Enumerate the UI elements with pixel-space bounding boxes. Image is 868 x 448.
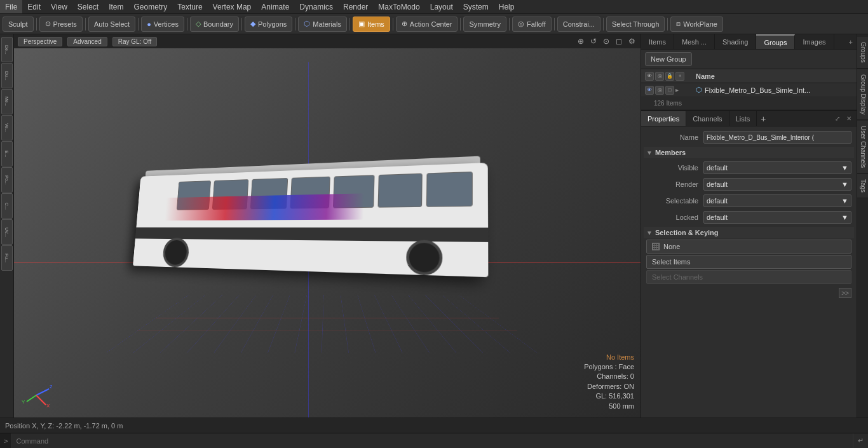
menu-select[interactable]: Select bbox=[72, 0, 104, 13]
left-btn-deform[interactable]: De... bbox=[1, 37, 13, 62]
rp-tab-items[interactable]: Items bbox=[641, 34, 674, 49]
props-tab-icons: ⤢ ✕ bbox=[832, 114, 857, 124]
menu-system[interactable]: System bbox=[458, 0, 494, 13]
rp-tab-images[interactable]: Images bbox=[795, 34, 834, 49]
groups-list-item[interactable]: 👁 ◎ □ ▸ ⬡ Flxible_Metro_D_Bus_Simle_Int.… bbox=[641, 83, 857, 97]
rvtab-groups[interactable]: Groups bbox=[857, 37, 868, 69]
prop-visible-dropdown[interactable]: default ▼ bbox=[703, 161, 851, 174]
left-btn-c[interactable]: C... bbox=[1, 193, 13, 219]
symmetry-button[interactable]: Symmetry bbox=[463, 17, 506, 32]
props-tab-channels[interactable]: Channels bbox=[686, 111, 729, 126]
prop-selkey-section: ▼ Selection & Keying bbox=[644, 227, 854, 238]
menu-item[interactable]: Item bbox=[104, 0, 128, 13]
props-tab-lists[interactable]: Lists bbox=[729, 111, 757, 126]
groups-header-cam[interactable]: ◎ bbox=[655, 72, 664, 81]
left-btn-edit[interactable]: E... bbox=[1, 141, 13, 166]
sel-none-button[interactable]: None bbox=[646, 240, 851, 254]
viewport-icon-camera[interactable]: ◻ bbox=[614, 36, 624, 46]
props-tab-properties[interactable]: Properties bbox=[641, 111, 686, 126]
polygons-button[interactable]: ◆ Polygons bbox=[245, 17, 292, 32]
constraints-button[interactable]: Constrai... bbox=[557, 17, 600, 32]
menu-file[interactable]: File bbox=[0, 0, 22, 13]
left-btn-dup[interactable]: Du... bbox=[1, 63, 13, 88]
left-btn-mesh[interactable]: Me... bbox=[1, 89, 13, 114]
rp-tab-groups[interactable]: Groups bbox=[756, 34, 795, 49]
menu-maxtomodo[interactable]: MaxToModo bbox=[373, 0, 424, 13]
menu-render[interactable]: Render bbox=[338, 0, 373, 13]
rvtab-group-display[interactable]: Group Display bbox=[857, 69, 868, 120]
props-tab-add[interactable]: + bbox=[757, 114, 770, 124]
menu-animate[interactable]: Animate bbox=[256, 0, 294, 13]
viewport-icon-rotate[interactable]: ↺ bbox=[588, 36, 599, 46]
left-btn-vert[interactable]: Ve... bbox=[1, 115, 13, 140]
select-through-button[interactable]: Select Through bbox=[606, 17, 665, 32]
select-items-button[interactable]: Select Items bbox=[646, 255, 851, 269]
rp-tab-expand[interactable]: + bbox=[845, 34, 857, 49]
props-icon-expand[interactable]: ⤢ bbox=[832, 114, 843, 124]
menu-dynamics[interactable]: Dynamics bbox=[294, 0, 338, 13]
workplane-button[interactable]: ⧈ WorkPlane bbox=[670, 17, 723, 32]
vertices-button[interactable]: ● Vertices bbox=[141, 17, 184, 32]
presets-button[interactable]: ⊙ Presets bbox=[39, 17, 83, 32]
rp-tab-shading[interactable]: Shading bbox=[715, 34, 756, 49]
toolbar: Sculpt ⊙ Presets Auto Select ● Vertices … bbox=[0, 14, 868, 34]
viewport-mode-btn[interactable]: Perspective bbox=[18, 37, 62, 46]
info-gl: GL: 516,301 bbox=[584, 391, 634, 401]
viewport-icon-move[interactable]: ⊕ bbox=[576, 36, 586, 46]
toolbar-sep-11 bbox=[554, 18, 555, 31]
prop-locked-dropdown[interactable]: default ▼ bbox=[703, 211, 851, 224]
groups-sub-item[interactable]: 126 Items bbox=[641, 97, 857, 110]
left-btn-poly[interactable]: Po... bbox=[1, 167, 13, 193]
groups-header-eye[interactable]: 👁 bbox=[645, 72, 654, 81]
menu-vertex-map[interactable]: Vertex Map bbox=[208, 0, 257, 13]
menu-texture[interactable]: Texture bbox=[172, 0, 207, 13]
new-group-button[interactable]: New Group bbox=[645, 52, 692, 66]
svg-line-2 bbox=[27, 395, 36, 402]
viewport-raygl-btn[interactable]: Ray GL: Off bbox=[112, 37, 158, 46]
groups-list-header: 👁 ◎ 🔒 + Name bbox=[641, 69, 857, 83]
rvtab-tags[interactable]: Tags bbox=[857, 174, 868, 198]
rvtab-user-channels[interactable]: User Channels bbox=[857, 121, 868, 173]
items-icon: ▣ bbox=[358, 20, 365, 28]
cmd-input[interactable] bbox=[11, 433, 853, 448]
items-button[interactable]: ▣ Items bbox=[353, 17, 390, 32]
prop-visible-row: Visible default ▼ bbox=[644, 160, 854, 176]
boundary-button[interactable]: ◇ Boundary bbox=[190, 17, 239, 32]
viewport-icon-zoom[interactable]: ⊙ bbox=[601, 36, 611, 46]
prop-render-dropdown[interactable]: default ▼ bbox=[703, 178, 851, 191]
groups-header-lock[interactable]: 🔒 bbox=[665, 72, 674, 81]
viewport[interactable]: Perspective Advanced Ray GL: Off ⊕ ↺ ⊙ ◻… bbox=[14, 34, 641, 417]
groups-item-lock[interactable]: □ bbox=[665, 86, 674, 95]
materials-button[interactable]: ⬡ Materials bbox=[298, 17, 347, 32]
rp-tab-mesh[interactable]: Mesh ... bbox=[674, 34, 715, 49]
groups-item-eye[interactable]: 👁 bbox=[645, 86, 654, 95]
left-btn-fu[interactable]: Fu... bbox=[1, 245, 13, 271]
sculpt-button[interactable]: Sculpt bbox=[3, 17, 34, 32]
menu-layout[interactable]: Layout bbox=[425, 0, 458, 13]
viewport-advanced-btn[interactable]: Advanced bbox=[67, 37, 107, 46]
toolbar-sep-3 bbox=[138, 18, 139, 31]
auto-select-button[interactable]: Auto Select bbox=[88, 17, 135, 32]
prop-selectable-dropdown[interactable]: default ▼ bbox=[703, 194, 851, 207]
menu-geometry[interactable]: Geometry bbox=[129, 0, 173, 13]
select-channels-button[interactable]: Select Channels bbox=[646, 270, 851, 284]
viewport-icon-settings[interactable]: ⚙ bbox=[627, 36, 637, 46]
prop-render-label: Render bbox=[646, 180, 703, 188]
menu-view[interactable]: View bbox=[46, 0, 72, 13]
props-icon-collapse[interactable]: ✕ bbox=[844, 114, 854, 124]
cmd-enter-btn[interactable]: ↵ bbox=[853, 433, 868, 449]
prop-name-value[interactable]: Flxible_Metro_D_Bus_Simle_Interior ( bbox=[703, 131, 851, 144]
left-btn-uv[interactable]: UV... bbox=[1, 219, 13, 245]
cmd-prompt: > bbox=[0, 437, 11, 445]
scene-canvas: No Items Polygons : Face Channels: 0 Def… bbox=[14, 48, 641, 417]
groups-header-expand[interactable]: + bbox=[675, 72, 684, 81]
groups-sub-count: 126 Items bbox=[654, 100, 853, 107]
bus-body bbox=[133, 162, 488, 276]
props-expand-arrow[interactable]: >> bbox=[839, 288, 851, 298]
menu-help[interactable]: Help bbox=[494, 0, 520, 13]
action-center-button[interactable]: ⊕ Action Center bbox=[396, 17, 458, 32]
groups-item-expand[interactable]: ▸ bbox=[675, 86, 682, 93]
falloff-button[interactable]: ◎ Falloff bbox=[512, 17, 552, 32]
menu-edit[interactable]: Edit bbox=[22, 0, 46, 13]
groups-item-cam[interactable]: ◎ bbox=[655, 86, 664, 95]
